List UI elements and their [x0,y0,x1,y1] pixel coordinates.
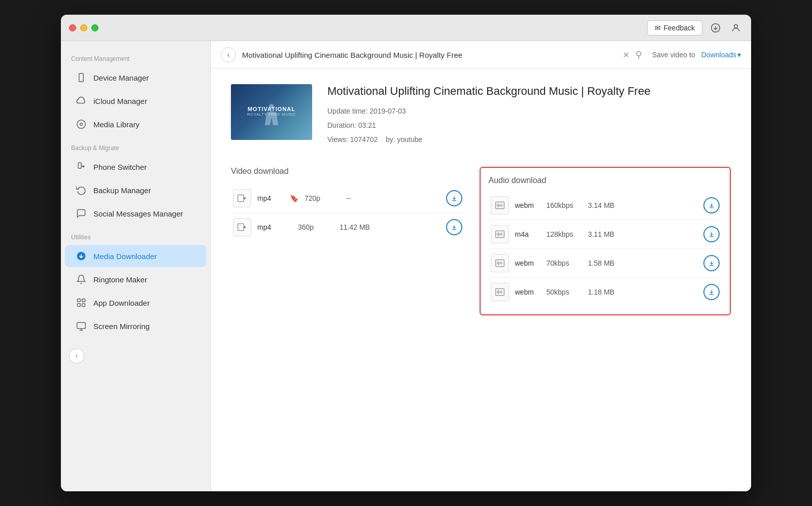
audio-format-icon-1 [491,225,509,243]
svg-rect-11 [82,299,85,302]
minimize-button[interactable] [80,24,87,31]
sidebar-item-screen-mirroring[interactable]: Screen Mirroring [65,315,206,337]
back-button[interactable]: ‹ [221,47,236,62]
feedback-button[interactable]: ✉ Feedback [647,20,702,35]
media-downloader-icon [75,250,87,262]
sidebar-item-phone-switcher[interactable]: Phone Switcher [65,156,206,178]
audio-format-name-0: webm [515,201,540,209]
video-info: MOTIVATIONAL ROYALTY FREE MUSIC Motivati… [231,84,731,147]
sidebar-item-device-manager[interactable]: Device Manager [65,66,206,89]
save-destination-label: Downloads [701,51,736,59]
ringtone-maker-icon [75,273,87,285]
svg-marker-23 [244,225,246,229]
audio-format-icon-3 [491,283,509,301]
sidebar-item-social-messages[interactable]: Social Messages Manager [65,202,206,225]
audio-format-icon-2 [491,254,509,272]
audio-download-row-2: webm 70kbps 1.58 MB [489,249,722,278]
app-downloader-label: App Downloader [93,299,150,307]
audio-format-name-1: m4a [515,230,540,238]
svg-rect-3 [79,74,83,82]
video-quality-1: 360p [298,223,333,231]
audio-download-section: Audio download [480,167,731,315]
svg-rect-12 [78,304,81,307]
video-download-title: Video download [231,167,464,176]
app-window: ✉ Feedback Content Management [61,15,751,491]
by-platform: by: youtube [386,135,422,143]
sidebar-item-ringtone-maker[interactable]: Ringtone Maker [65,268,206,291]
svg-rect-14 [77,322,86,329]
topbar-close-icon[interactable]: ✕ [623,50,629,60]
audio-download-btn-0[interactable] [703,197,720,213]
svg-rect-7 [78,163,81,169]
sidebar-item-icloud-manager[interactable]: iCloud Manager [65,90,206,112]
social-messages-icon [75,207,87,220]
save-video-label: Save video to [652,51,695,59]
video-format-name-1: mp4 [257,223,283,231]
icloud-manager-label: iCloud Manager [93,97,147,105]
icloud-icon [75,95,87,107]
screen-mirroring-icon [75,320,87,332]
audio-download-row-0: webm 160kbps 3.14 MB [489,191,722,220]
video-size-1: 11.42 MB [340,223,380,231]
sidebar-item-media-library[interactable]: Media Library [65,113,206,135]
svg-point-5 [77,120,86,129]
video-size-0: -- [346,194,387,202]
topbar-search-icon[interactable]: ⚲ [635,49,642,60]
video-download-btn-0[interactable] [446,190,462,206]
duration: Duration: 03:21 [327,118,651,132]
starred-icon-0: 🔖 [290,194,298,202]
audio-format-name-2: webm [515,259,540,267]
traffic-lights [69,24,98,31]
topbar-title: Motivational Uplifting Cinematic Backgro… [242,51,617,59]
close-button[interactable] [69,24,76,31]
audio-quality-3: 50kbps [547,288,582,296]
device-manager-label: Device Manager [93,74,149,82]
sidebar-item-media-downloader[interactable]: Media Downloader [65,245,206,267]
media-library-icon [75,118,87,130]
svg-rect-22 [238,224,244,230]
content-topbar: ‹ Motivational Uplifting Cinematic Backg… [211,41,751,69]
download-icon[interactable] [708,21,723,35]
sidebar-item-app-downloader[interactable]: App Downloader [65,292,206,314]
audio-download-row-1: m4a 128kbps 3.11 MB [489,220,722,249]
audio-quality-1: 128kbps [547,230,582,238]
device-manager-icon [75,71,87,84]
svg-point-2 [734,24,738,28]
phone-switcher-icon [75,161,87,173]
svg-rect-10 [78,299,81,302]
download-sections: Video download mp4 🔖 720p [231,167,731,315]
content-management-label: Content Management [61,51,210,65]
backup-manager-icon [75,184,87,196]
audio-format-icon-0 [491,196,509,214]
ringtone-maker-label: Ringtone Maker [93,275,147,284]
views-count: Views: 1074702 [327,135,378,143]
audio-size-2: 1.58 MB [588,259,629,267]
save-destination-link[interactable]: Downloads ▾ [701,51,741,59]
video-download-section: Video download mp4 🔖 720p [231,167,464,315]
audio-download-btn-1[interactable] [703,226,720,242]
audio-quality-0: 160kbps [547,201,582,209]
svg-rect-18 [238,195,244,201]
audio-download-btn-3[interactable] [703,284,720,300]
sidebar-collapse-button[interactable]: ‹ [69,348,84,364]
feedback-label: Feedback [664,24,695,32]
sidebar-item-backup-manager[interactable]: Backup Manager [65,179,206,201]
phone-switcher-label: Phone Switcher [93,163,147,171]
backup-manager-label: Backup Manager [93,186,151,195]
app-downloader-icon [75,297,87,309]
video-download-row-0: mp4 🔖 720p -- [231,184,464,213]
content-body: MOTIVATIONAL ROYALTY FREE MUSIC Motivati… [211,69,751,491]
video-download-btn-1[interactable] [446,219,462,235]
video-meta: Update time: 2019-07-03 Duration: 03:21 … [327,104,651,147]
svg-marker-19 [244,196,246,200]
audio-download-btn-2[interactable] [703,255,720,271]
video-download-row-1: mp4 360p 11.42 MB [231,213,464,241]
media-downloader-label: Media Downloader [93,252,157,261]
svg-point-6 [80,123,83,126]
back-chevron-icon: ‹ [227,51,230,59]
titlebar: ✉ Feedback [61,15,751,41]
video-title: Motivational Uplifting Cinematic Backgro… [327,84,651,99]
user-icon[interactable] [729,21,743,35]
audio-quality-2: 70kbps [547,259,582,267]
maximize-button[interactable] [91,24,98,31]
